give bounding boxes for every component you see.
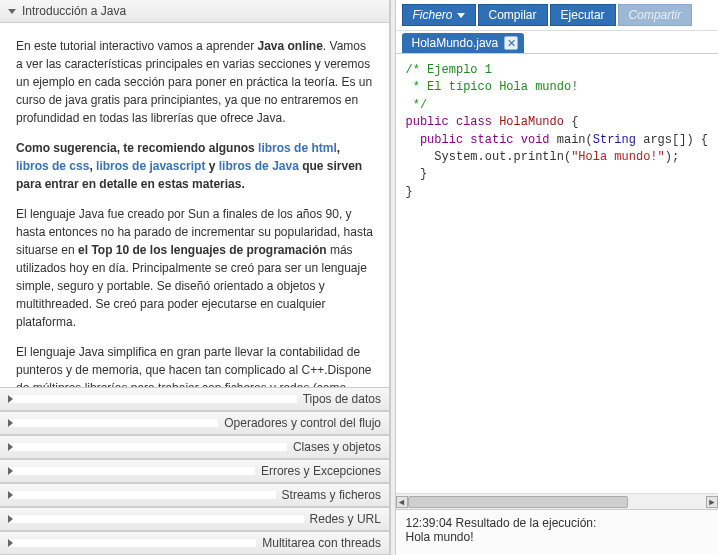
- section-title: Errores y Excepciones: [261, 464, 381, 478]
- tutorial-panel: Introducción a Java En este tutorial int…: [0, 0, 390, 555]
- editor-toolbar: Fichero Compilar Ejecutar Compartir: [396, 0, 718, 31]
- compile-button[interactable]: Compilar: [478, 4, 548, 26]
- code-editor[interactable]: /* Ejemplo 1 * El típico Hola mundo! */ …: [396, 54, 718, 493]
- run-button[interactable]: Ejecutar: [550, 4, 616, 26]
- link-libros-js[interactable]: libros de javascript: [96, 159, 205, 173]
- intro-paragraph-2: Como sugerencia, te recomiendo algunos l…: [16, 139, 373, 193]
- accordion-section-operadores[interactable]: Operadores y control del flujo: [0, 411, 389, 435]
- chevron-right-icon: [8, 443, 287, 451]
- share-button[interactable]: Compartir: [618, 4, 693, 26]
- editor-tabbar: HolaMundo.java ✕: [396, 31, 718, 54]
- accordion-section-threads[interactable]: Multitarea con threads: [0, 531, 389, 555]
- output-line: 12:39:04 Resultado de la ejecución:: [406, 516, 708, 530]
- section-title: Streams y ficheros: [282, 488, 381, 502]
- chevron-right-icon: [8, 419, 218, 427]
- link-libros-html[interactable]: libros de html: [258, 141, 337, 155]
- editor-panel: Fichero Compilar Ejecutar Compartir Hola…: [396, 0, 718, 555]
- link-libros-css[interactable]: libros de css: [16, 159, 89, 173]
- section-title: Redes y URL: [310, 512, 381, 526]
- editor-tab[interactable]: HolaMundo.java ✕: [402, 33, 525, 53]
- accordion-section-streams[interactable]: Streams y ficheros: [0, 483, 389, 507]
- chevron-right-icon: [8, 515, 304, 523]
- output-console: 12:39:04 Resultado de la ejecución: Hola…: [396, 509, 718, 555]
- close-icon[interactable]: ✕: [504, 36, 518, 50]
- section-title: Clases y objetos: [293, 440, 381, 454]
- intro-paragraph-1: En este tutorial interactivo vamos a apr…: [16, 37, 373, 127]
- accordion-section-clases[interactable]: Clases y objetos: [0, 435, 389, 459]
- accordion-section-tipos[interactable]: Tipos de datos: [0, 387, 389, 411]
- scroll-right-arrow-icon[interactable]: ►: [706, 496, 718, 508]
- file-menu-button[interactable]: Fichero: [402, 4, 476, 26]
- intro-paragraph-3: El lenguaje Java fue creado por Sun a fi…: [16, 205, 373, 331]
- section-title: Tipos de datos: [303, 392, 381, 406]
- caret-down-icon: [457, 13, 465, 18]
- chevron-down-icon: [8, 9, 16, 14]
- section-title: Introducción a Java: [22, 4, 126, 18]
- scroll-left-arrow-icon[interactable]: ◄: [396, 496, 408, 508]
- accordion-section-redes[interactable]: Redes y URL: [0, 507, 389, 531]
- accordion-section-intro[interactable]: Introducción a Java: [0, 0, 389, 23]
- scrollbar-thumb[interactable]: [408, 496, 628, 508]
- tab-label: HolaMundo.java: [412, 36, 499, 50]
- app-root: Introducción a Java En este tutorial int…: [0, 0, 718, 555]
- section-title: Operadores y control del flujo: [224, 416, 381, 430]
- accordion-section-errores[interactable]: Errores y Excepciones: [0, 459, 389, 483]
- link-libros-java[interactable]: libros de Java: [219, 159, 299, 173]
- chevron-right-icon: [8, 539, 256, 547]
- chevron-right-icon: [8, 467, 255, 475]
- chevron-right-icon: [8, 395, 297, 403]
- chevron-right-icon: [8, 491, 276, 499]
- horizontal-scrollbar[interactable]: ◄ ►: [396, 493, 718, 509]
- intro-paragraph-4: El lenguaje Java simplifica en gran part…: [16, 343, 373, 387]
- output-line: Hola mundo!: [406, 530, 708, 544]
- section-body-intro[interactable]: En este tutorial interactivo vamos a apr…: [0, 23, 389, 387]
- section-title: Multitarea con threads: [262, 536, 381, 550]
